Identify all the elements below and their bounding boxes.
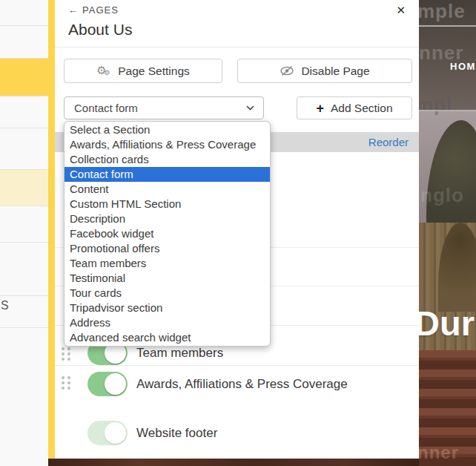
pages-row-divider: [0, 242, 48, 243]
section-divider: [55, 365, 419, 366]
toggle-knob: [105, 373, 126, 395]
pages-row-selected[interactable]: [0, 59, 48, 96]
back-arrow-icon: ←: [68, 4, 78, 16]
dropdown-option[interactable]: Team members: [65, 256, 270, 271]
dropdown-option[interactable]: Facebook widget: [65, 226, 270, 241]
toggle-awards[interactable]: [87, 372, 128, 396]
dropdown-option[interactable]: Collection cards: [65, 152, 270, 167]
dropdown-option[interactable]: Testimonial: [65, 271, 270, 286]
add-section-label: Add Section: [331, 102, 393, 115]
pages-row-divider: [0, 128, 48, 128]
dropdown-option[interactable]: Custom HTML Section: [65, 197, 270, 211]
pages-row-divider: [0, 96, 48, 96]
dropdown-option[interactable]: Address: [65, 315, 270, 330]
pages-row-highlighted[interactable]: [0, 170, 48, 206]
chevron-down-icon: [246, 105, 254, 111]
section-select-value: Contact form: [74, 102, 246, 114]
website-preview: mple nner HOM mpl nglo Dur nner: [419, 0, 476, 466]
watermark-text: mpl: [419, 93, 452, 116]
pages-row-divider: [0, 206, 48, 206]
dropdown-option[interactable]: Description: [65, 211, 270, 226]
toggle-knob: [105, 422, 126, 444]
dropdown-option[interactable]: Tripadvisor section: [65, 301, 270, 315]
website-bottom-strip: [48, 459, 419, 466]
preview-nav-item[interactable]: HOM: [450, 61, 476, 72]
panel-accent-strip: [48, 0, 55, 459]
page-editor-panel: ←PAGES ✕ About Us ⚙⚙ Page Settings Disab…: [55, 0, 419, 459]
eye-slash-icon: [280, 65, 294, 76]
breadcrumb: PAGES: [82, 4, 119, 16]
dropdown-option[interactable]: Content: [65, 182, 270, 197]
preview-separator-line: [419, 110, 476, 111]
watermark-text: nglo: [420, 184, 464, 207]
page-settings-button[interactable]: ⚙⚙ Page Settings: [64, 59, 222, 83]
drag-handle[interactable]: [62, 376, 72, 391]
watermark-text: nner: [419, 442, 459, 463]
section-row-label: Awards, Affiliations & Press Coverage: [136, 377, 348, 392]
section-row-label: Team members: [136, 346, 223, 361]
pages-list-column: S: [0, 0, 48, 466]
pages-row-divider: [0, 25, 48, 26]
gear-icon: ⚙⚙: [96, 65, 111, 78]
dropdown-option[interactable]: Awards, Affiliations & Press Coverage: [65, 137, 270, 152]
watermark-text: mple: [419, 0, 466, 23]
toggle-website-footer[interactable]: [87, 421, 128, 445]
header-divider: [55, 47, 419, 47]
reorder-link[interactable]: Reorder: [368, 136, 409, 148]
pages-row-label-fragment: S: [1, 299, 9, 312]
dropdown-option[interactable]: Tour cards: [65, 286, 270, 301]
dropdown-option[interactable]: Select a Section: [65, 122, 270, 137]
section-select[interactable]: Contact form: [64, 96, 264, 119]
section-row-label: Website footer: [136, 426, 217, 441]
plus-icon: +: [316, 102, 324, 115]
section-dropdown: Select a SectionAwards, Affiliations & P…: [64, 121, 271, 347]
drag-handle[interactable]: [62, 347, 72, 362]
disable-page-label: Disable Page: [301, 65, 369, 78]
disable-page-button[interactable]: Disable Page: [237, 59, 412, 83]
page-settings-label: Page Settings: [118, 65, 190, 78]
dropdown-option[interactable]: Contact form: [65, 167, 270, 182]
dropdown-option[interactable]: Promotional offers: [65, 241, 270, 256]
page-title: About Us: [68, 21, 132, 39]
pages-row-divider: [0, 327, 48, 328]
back-to-pages-button[interactable]: ←PAGES: [68, 4, 119, 16]
preview-separator-line: [419, 25, 476, 27]
dropdown-option[interactable]: Advanced search widget: [65, 330, 270, 345]
add-section-button[interactable]: + Add Section: [297, 96, 412, 119]
pages-row-divider: [0, 295, 48, 296]
preview-hero-heading: Dur: [419, 303, 475, 344]
close-icon[interactable]: ✕: [396, 4, 406, 17]
